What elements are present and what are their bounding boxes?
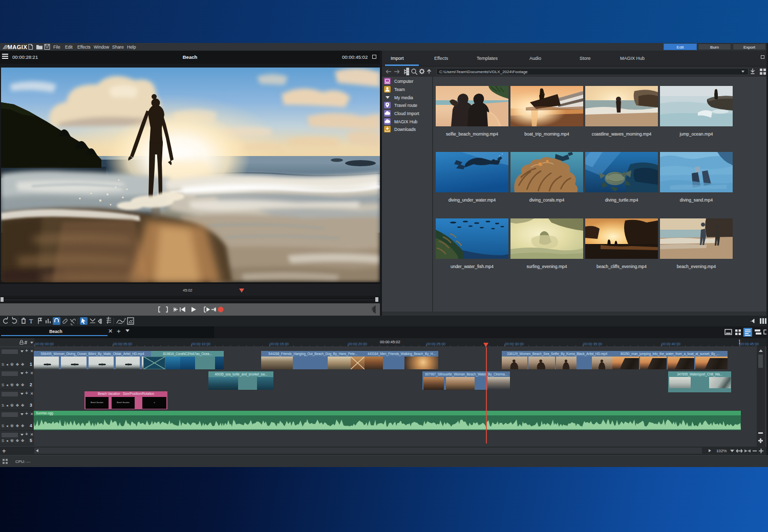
svg-text:T: T: [29, 318, 33, 325]
